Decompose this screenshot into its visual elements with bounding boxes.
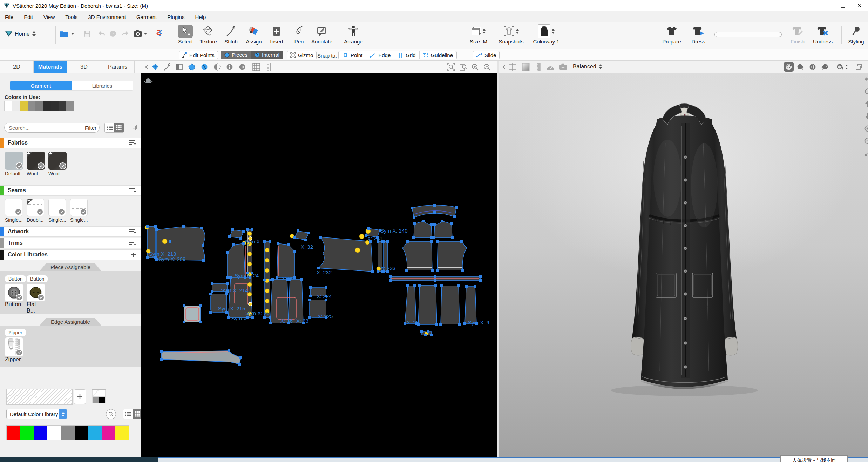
finish-button[interactable]: Finish xyxy=(786,25,809,45)
selection-handle[interactable] xyxy=(293,250,296,253)
selection-handle[interactable] xyxy=(202,259,205,262)
selection-handle[interactable] xyxy=(431,269,434,272)
selection-handle[interactable] xyxy=(371,270,374,273)
selection-handle[interactable] xyxy=(225,293,228,295)
palette-swatch-0[interactable] xyxy=(7,426,20,440)
home-spinner[interactable] xyxy=(32,31,36,36)
color-in-use-swatch-3[interactable] xyxy=(28,101,35,111)
selection-handle[interactable] xyxy=(479,275,482,278)
selection-handle[interactable] xyxy=(433,204,436,207)
pattern-piece[interactable] xyxy=(465,287,476,323)
collapse-panel-button[interactable] xyxy=(137,65,137,72)
assign-button[interactable]: Assign xyxy=(243,25,265,45)
color-in-use-swatch-0[interactable] xyxy=(5,101,12,111)
selection-handle[interactable] xyxy=(413,216,415,219)
seam-item[interactable]: Doubl... xyxy=(27,199,45,223)
palette-swatch-8[interactable] xyxy=(115,426,129,440)
measure-3d-button[interactable] xyxy=(534,63,543,71)
show-info-button[interactable] xyxy=(225,63,234,71)
redo-button[interactable] xyxy=(121,29,129,39)
selection-handle[interactable] xyxy=(302,322,305,324)
selection-handle[interactable] xyxy=(182,225,185,228)
selection-handle[interactable] xyxy=(434,275,436,278)
selection-handle[interactable] xyxy=(160,358,163,361)
color-in-use-swatch-2[interactable] xyxy=(20,101,28,111)
slide-button[interactable]: Slide xyxy=(473,51,500,59)
selection-handle[interactable] xyxy=(382,240,385,243)
styling-button[interactable]: Styling xyxy=(845,25,867,45)
selection-handle[interactable] xyxy=(232,243,235,246)
selection-handle[interactable] xyxy=(433,236,435,239)
texture-view-button[interactable] xyxy=(151,63,160,71)
selection-handle[interactable] xyxy=(436,240,439,243)
background-gradient-button[interactable] xyxy=(522,63,530,71)
selection-handle[interactable] xyxy=(382,270,385,273)
selection-handle[interactable] xyxy=(461,269,464,272)
selection-handle[interactable] xyxy=(453,215,456,218)
render-quality-select[interactable]: Balanced xyxy=(573,62,602,71)
pattern-piece[interactable] xyxy=(270,279,289,323)
color-in-use-swatch-7[interactable] xyxy=(59,101,66,111)
seam-item[interactable]: Single... xyxy=(5,199,23,223)
edge-assignable-header[interactable]: Edge Assignable xyxy=(40,318,101,326)
selection-handle[interactable] xyxy=(450,222,453,225)
snapshots-button[interactable]: Snapshots xyxy=(496,25,526,45)
selection-handle[interactable] xyxy=(226,290,229,293)
list-view-button[interactable] xyxy=(105,123,114,132)
pattern-piece[interactable] xyxy=(402,241,432,270)
color-library-select[interactable]: Default Color Library xyxy=(6,409,67,419)
detach-view-button[interactable] xyxy=(854,62,864,72)
palette-grid-view-button[interactable] xyxy=(133,409,142,419)
nav-back-button[interactable] xyxy=(864,75,868,83)
stitch-button[interactable]: Stitch xyxy=(220,25,242,45)
selection-handle[interactable] xyxy=(418,284,421,287)
selection-handle[interactable] xyxy=(474,285,476,288)
selection-handle[interactable] xyxy=(231,228,234,231)
zoom-out-button[interactable] xyxy=(483,63,491,71)
fabrics-section-header[interactable]: Fabrics xyxy=(0,138,141,148)
filter-dropdown[interactable]: Filter xyxy=(81,125,100,131)
tab-libraries[interactable]: Libraries xyxy=(72,81,133,90)
selection-handle[interactable] xyxy=(377,240,379,243)
selection-handle[interactable] xyxy=(319,236,322,239)
internal-toggle[interactable]: Internal xyxy=(251,51,283,59)
selection-handle[interactable] xyxy=(367,227,370,230)
selection-handle[interactable] xyxy=(430,334,433,336)
show-grainline-button[interactable] xyxy=(238,63,246,71)
menu-item-edit[interactable]: Edit xyxy=(24,14,33,20)
pieces-toggle[interactable]: Pieces xyxy=(221,51,251,59)
selection-handle[interactable] xyxy=(229,276,232,279)
selection-handle[interactable] xyxy=(239,356,242,359)
nav-zoom-out-button[interactable] xyxy=(864,137,868,145)
selection-handle[interactable] xyxy=(269,240,271,243)
color-libraries-add-button[interactable] xyxy=(131,252,136,257)
tension-map-button[interactable] xyxy=(546,63,555,71)
selection-handle[interactable] xyxy=(242,242,245,245)
show-grid-button[interactable] xyxy=(252,63,260,71)
selection-handle[interactable] xyxy=(199,321,202,323)
palette-search-button[interactable] xyxy=(106,409,116,419)
size-control[interactable]: Size: M xyxy=(466,25,491,45)
selection-handle[interactable] xyxy=(417,323,420,326)
pattern-piece[interactable] xyxy=(161,351,241,364)
selection-handle[interactable] xyxy=(317,267,320,269)
search-input[interactable] xyxy=(5,125,79,131)
selection-handle[interactable] xyxy=(225,311,228,314)
color-in-use-swatch-5[interactable] xyxy=(43,101,51,111)
selection-handle[interactable] xyxy=(293,276,296,279)
stitch-view-button[interactable] xyxy=(163,63,171,71)
selection-handle[interactable] xyxy=(365,234,367,237)
prepare-button[interactable]: Prepare xyxy=(660,25,683,45)
home-logo-icon[interactable] xyxy=(5,30,13,38)
selection-handle[interactable] xyxy=(289,278,291,281)
selection-handle[interactable] xyxy=(269,316,271,319)
selection-handle[interactable] xyxy=(440,284,443,287)
palette-swatch-4[interactable] xyxy=(61,426,75,440)
no-color-swatch[interactable] xyxy=(6,389,73,405)
snapshots-spinner[interactable] xyxy=(516,29,519,34)
pattern-piece[interactable] xyxy=(418,285,437,324)
garment-3d-viewport[interactable] xyxy=(499,73,868,457)
collapse-sections-button[interactable] xyxy=(130,125,137,131)
show-pieces-button[interactable] xyxy=(188,63,196,71)
selection-handle[interactable] xyxy=(433,223,436,226)
